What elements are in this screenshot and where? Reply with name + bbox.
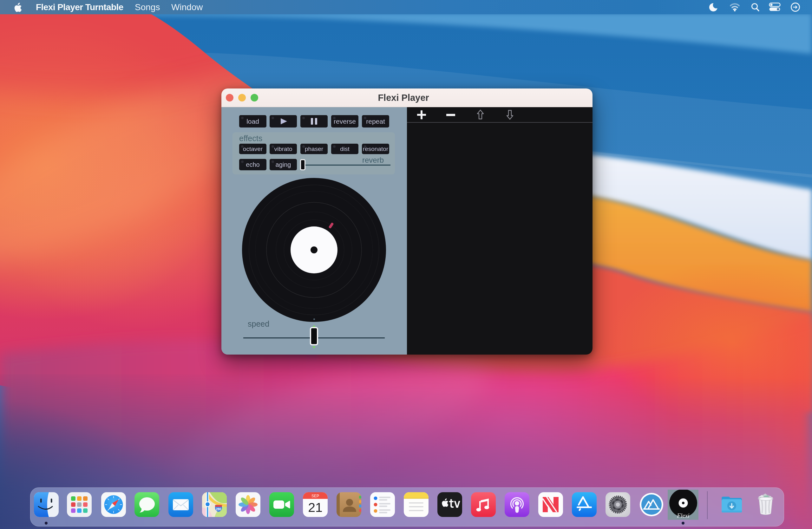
svg-text:SEP: SEP — [311, 494, 319, 498]
svg-text:21: 21 — [308, 500, 322, 515]
svg-text:280: 280 — [216, 508, 221, 511]
svg-text:Flexi: Flexi — [677, 512, 689, 519]
